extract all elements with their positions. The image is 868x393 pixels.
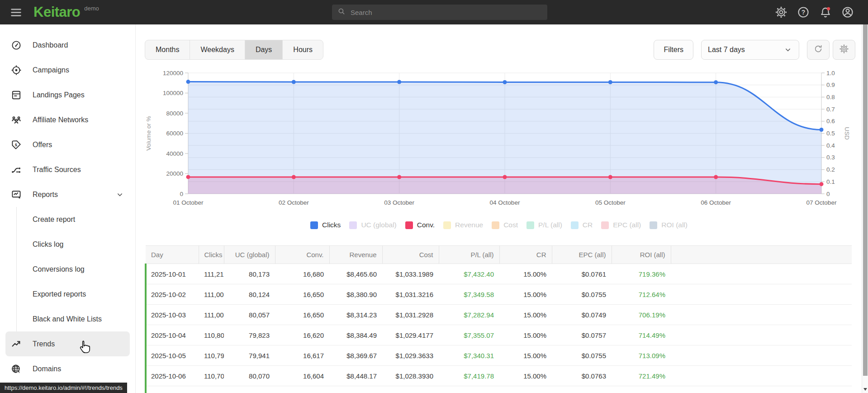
column-header-day[interactable]: Day (146, 246, 199, 264)
legend-item-conv[interactable]: Conv. (405, 221, 435, 229)
legend-item-revenue[interactable]: Revenue (443, 221, 483, 229)
table-cell: 2025-10-03 (146, 305, 199, 325)
table-cell-filler (671, 264, 852, 284)
sidebar-subitem-conversions-log[interactable]: Conversions log (17, 257, 135, 282)
sidebar-item-label: Reports (33, 191, 58, 199)
sidebar-item-label: Dashboard (33, 41, 68, 49)
help-button[interactable]: ? (797, 6, 810, 19)
keitaro-logo[interactable]: Keitaro (33, 4, 80, 20)
table-cell: $7,432.40 (439, 264, 499, 284)
svg-text:120000: 120000 (163, 70, 183, 77)
filters-button[interactable]: Filters (654, 40, 693, 60)
sidebar-item-affiliate-networks[interactable]: Affiliate Networks (0, 107, 135, 132)
sidebar-item-landings-pages[interactable]: Landings Pages (0, 82, 135, 107)
column-header-filler (671, 246, 852, 264)
table-cell: 15.00% (499, 264, 552, 284)
tab-days[interactable]: Days (245, 40, 283, 59)
svg-text:0.5: 0.5 (826, 130, 835, 137)
table-cell: $1,031.2928 (382, 305, 439, 325)
account-button[interactable] (841, 6, 854, 19)
sidebar-item-label: Campaigns (33, 66, 69, 74)
date-range-select[interactable]: Last 7 days (701, 40, 799, 60)
column-header-cost[interactable]: Cost (382, 246, 439, 264)
svg-text:20000: 20000 (166, 170, 183, 177)
column-header-roi-all[interactable]: ROI (all) (612, 246, 671, 264)
column-header-clicks[interactable]: Clicks (199, 246, 224, 264)
global-search[interactable] (332, 5, 547, 20)
trends-chart[interactable]: 02000040000600008000010000012000000.10.2… (136, 63, 862, 213)
column-header-cr[interactable]: CR (499, 246, 552, 264)
tab-weekdays[interactable]: Weekdays (190, 40, 245, 59)
hamburger-menu-button[interactable] (6, 3, 25, 22)
search-input[interactable] (351, 9, 542, 16)
sidebar-item-traffic-sources[interactable]: Traffic Sources (0, 157, 135, 182)
sidebar-item-domains[interactable]: Domains (0, 356, 135, 381)
column-header-conv[interactable]: Conv. (275, 246, 329, 264)
tab-hours[interactable]: Hours (283, 40, 323, 59)
table-cell: 721.49% (612, 366, 671, 386)
table-cell: $149.0742 (382, 386, 439, 393)
affiliate-networks-icon (11, 115, 22, 125)
chart-settings-button[interactable] (833, 40, 855, 60)
svg-text:?: ? (802, 9, 806, 16)
table-cell: 110,70 (199, 366, 224, 386)
table-cell: $8,369.67 (329, 345, 382, 366)
table-cell-filler (671, 305, 852, 325)
table-cell: $8,380.90 (329, 284, 382, 305)
table-cell: 16,650 (275, 305, 329, 325)
notifications-button[interactable] (819, 6, 832, 19)
legend-label: CR (583, 221, 593, 229)
legend-item-clicks[interactable]: Clicks (310, 221, 341, 229)
legend-item-cr[interactable]: CR (571, 221, 593, 229)
chart-legend: ClicksUC (global)Conv.RevenueCostP/L (al… (136, 221, 862, 229)
sidebar-item-reports[interactable]: Reports (0, 182, 135, 207)
legend-label: UC (global) (361, 221, 396, 229)
column-header-revenue[interactable]: Revenue (329, 246, 382, 264)
sidebar-subitem-exported-reports[interactable]: Exported reports (17, 282, 135, 307)
sidebar-item-trends[interactable]: Trends (5, 331, 130, 356)
main-content: MonthsWeekdaysDaysHours Filters Last 7 d… (136, 24, 862, 393)
table-cell: $0.0749 (552, 305, 612, 325)
offers-icon: $ (11, 139, 22, 150)
refresh-button[interactable] (807, 40, 830, 60)
legend-item-p-l-all[interactable]: P/L (all) (526, 221, 562, 229)
legend-item-roi-all[interactable]: ROI (all) (650, 221, 688, 229)
chevron-down-icon (783, 45, 792, 54)
table-cell-filler (671, 284, 852, 305)
trends-chart-container: 02000040000600008000010000012000000.10.2… (136, 63, 862, 215)
sidebar-item-offers[interactable]: $Offers (0, 132, 135, 157)
table-cell: 111,21 (199, 264, 224, 284)
table-row: 2025-10-05110,7979,94116,617$8,369.67$1,… (146, 345, 852, 366)
column-header-uc-global[interactable]: UC (global) (224, 246, 275, 264)
column-header-p-l-all[interactable]: P/L (all) (439, 246, 499, 264)
svg-text:Volume or %: Volume or % (145, 116, 152, 151)
legend-label: Revenue (455, 221, 483, 229)
table-cell: $7,340.31 (439, 345, 499, 366)
topbar: Keitaro demo ? (0, 0, 868, 24)
sidebar-item-campaigns[interactable]: Campaigns (0, 58, 135, 82)
column-header-epc-all[interactable]: EPC (all) (552, 246, 612, 264)
sidebar-subitem-clicks-log[interactable]: Clicks log (17, 232, 135, 257)
table-cell: 15.00% (499, 325, 552, 345)
sidebar-subitem-create-report[interactable]: Create report (17, 207, 135, 232)
tab-months[interactable]: Months (145, 40, 190, 59)
sidebar-item-dashboard[interactable]: Dashboard (0, 33, 135, 58)
table-row: 2025-10-02111,0080,12416,650$8,380.90$1,… (146, 284, 852, 305)
domains-icon (11, 364, 22, 374)
sidebar-subitem-black-and-white-lists[interactable]: Black and White Lists (17, 307, 135, 331)
toolbar: MonthsWeekdaysDaysHours Filters Last 7 d… (145, 40, 855, 60)
table-cell-filler (671, 366, 852, 386)
settings-icon (775, 12, 787, 20)
scrollbar-thumb[interactable] (863, 24, 868, 376)
table-cell: 15.00% (499, 284, 552, 305)
legend-swatch (349, 221, 357, 229)
scrollbar-down-arrow-icon[interactable] (863, 388, 867, 391)
chart-settings-icon (839, 44, 849, 56)
table-cell: 2025-10-01 (146, 264, 199, 284)
legend-item-epc-all[interactable]: EPC (all) (601, 221, 641, 229)
legend-swatch (492, 221, 499, 229)
legend-item-uc-global[interactable]: UC (global) (349, 221, 396, 229)
legend-item-cost[interactable]: Cost (492, 221, 518, 229)
legend-swatch (526, 221, 534, 229)
settings-button[interactable] (775, 6, 787, 19)
